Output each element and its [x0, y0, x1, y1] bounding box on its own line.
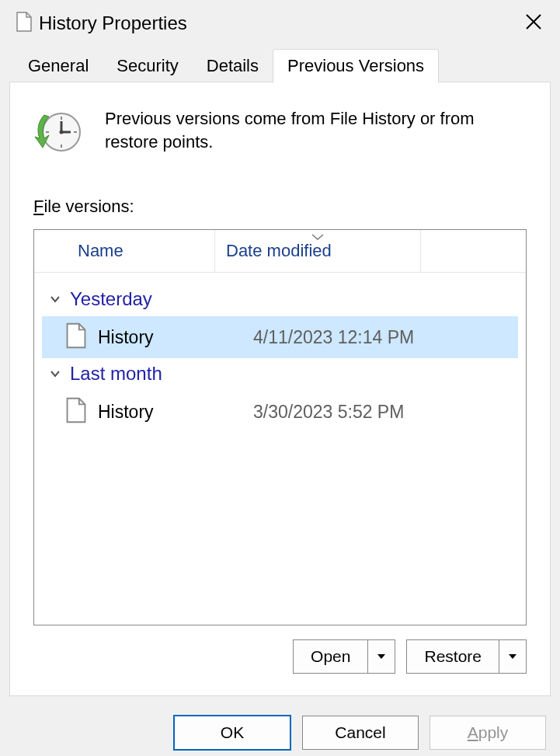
open-split-button: Open [293, 639, 395, 674]
file-icon [65, 322, 87, 353]
list-actions: Open Restore [33, 639, 527, 674]
open-dropdown[interactable] [367, 640, 395, 673]
version-date: 4/11/2023 12:14 PM [253, 327, 414, 348]
titlebar: History Properties [0, 0, 560, 47]
group-header[interactable]: Yesterday [34, 284, 526, 316]
ok-button[interactable]: OK [173, 715, 291, 751]
apply-button[interactable]: Apply [430, 716, 546, 750]
version-name: History [98, 402, 253, 423]
tab-strip: General Security Details Previous Versio… [0, 47, 560, 82]
svg-point-7 [60, 131, 64, 134]
properties-dialog: History Properties General Security Deta… [0, 0, 560, 756]
previous-versions-panel: Previous versions come from File History… [9, 82, 551, 696]
column-date-modified[interactable]: Date modified [215, 230, 421, 272]
chevron-down-icon [50, 294, 61, 305]
version-date: 3/30/2023 5:52 PM [253, 402, 404, 423]
version-row[interactable]: History3/30/2023 5:52 PM [42, 391, 518, 433]
sort-caret-icon [311, 229, 324, 243]
list-body: YesterdayHistory4/11/2023 12:14 PMLast m… [34, 273, 526, 433]
cancel-button[interactable]: Cancel [302, 716, 419, 750]
tab-previous-versions[interactable]: Previous Versions [273, 49, 439, 83]
chevron-down-icon [50, 368, 61, 379]
tab-security[interactable]: Security [103, 50, 192, 82]
group-title: Last month [70, 363, 162, 385]
file-icon [65, 397, 87, 427]
intro-row: Previous versions come from File History… [33, 106, 527, 159]
window-title: History Properties [39, 12, 518, 34]
tab-details[interactable]: Details [193, 50, 273, 82]
version-name: History [98, 327, 253, 348]
restore-dropdown[interactable] [499, 640, 526, 673]
dialog-buttons: OK Cancel Apply [0, 709, 560, 756]
restore-split-button: Restore [406, 639, 527, 674]
tab-general[interactable]: General [14, 50, 103, 82]
open-button[interactable]: Open [294, 640, 367, 673]
column-name[interactable]: Name [34, 230, 215, 272]
version-row[interactable]: History4/11/2023 12:14 PM [42, 316, 518, 358]
group-title: Yesterday [70, 288, 152, 310]
group-header[interactable]: Last month [34, 358, 526, 391]
file-icon [16, 12, 33, 36]
intro-text: Previous versions come from File History… [105, 107, 527, 155]
restore-button[interactable]: Restore [407, 640, 499, 673]
history-clock-icon [33, 106, 83, 159]
list-header: Name Date modified [34, 230, 526, 273]
versions-listbox[interactable]: Name Date modified YesterdayHistory4/11/… [33, 229, 527, 625]
file-versions-label: File versions: [33, 197, 527, 217]
close-button[interactable] [518, 13, 549, 34]
